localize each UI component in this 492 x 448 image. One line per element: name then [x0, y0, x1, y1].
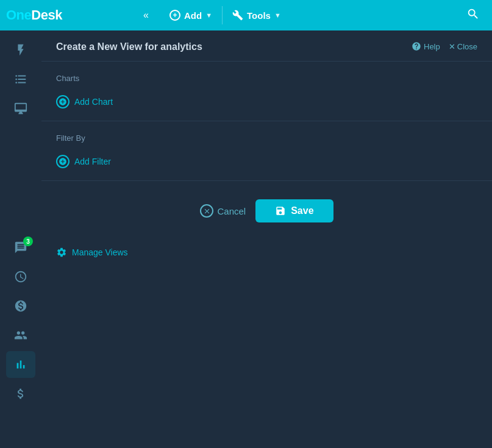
tools-chevron-icon: ▼: [274, 12, 281, 19]
logo-area: OneDesk «: [0, 7, 160, 23]
content-area: Create a New View for analytics Help ✕ C…: [41, 30, 492, 448]
plus-circle-icon: [59, 98, 67, 106]
add-chevron-icon: ▼: [205, 12, 212, 19]
sidebar-item-lightning[interactable]: [6, 37, 35, 63]
header-actions: Help ✕ Close: [412, 41, 477, 51]
add-label: Add: [184, 10, 202, 21]
sidebar-item-billing[interactable]: [6, 293, 35, 319]
save-label: Save: [291, 205, 313, 216]
cancel-label: Cancel: [217, 206, 246, 216]
main-area: 3 Create: [0, 30, 492, 448]
plus-circle-filter-icon: [59, 157, 67, 166]
lightning-icon: [14, 43, 27, 57]
contacts-icon: [14, 329, 27, 342]
tools-label: Tools: [247, 10, 271, 21]
top-nav: OneDesk « + Add ▼ Tools ▼: [0, 0, 492, 30]
add-chart-button[interactable]: Add Chart: [56, 95, 477, 108]
help-button[interactable]: Help: [412, 41, 440, 51]
sidebar-item-messages[interactable]: 3: [6, 234, 35, 261]
filter-section: Filter By Add Filter: [41, 121, 492, 181]
add-filter-icon: [56, 155, 70, 168]
search-icon: [466, 7, 480, 21]
close-x-icon: ✕: [449, 42, 455, 51]
close-button[interactable]: ✕ Close: [449, 42, 477, 51]
help-label: Help: [424, 42, 440, 51]
sidebar-item-tasks[interactable]: [6, 66, 35, 93]
help-icon: [412, 41, 421, 51]
charts-label: Charts: [56, 74, 477, 83]
add-nav-item[interactable]: + Add ▼: [160, 0, 222, 30]
cancel-x-icon: [203, 207, 211, 215]
clock-icon: [14, 270, 27, 283]
logo: OneDesk: [6, 7, 62, 23]
collapse-button[interactable]: «: [138, 7, 154, 23]
tasks-icon: [14, 73, 27, 86]
sidebar-item-reminders[interactable]: [6, 263, 35, 290]
finance-icon: [14, 387, 27, 400]
messages-badge: 3: [23, 236, 33, 246]
add-filter-label: Add Filter: [74, 157, 111, 166]
content-header: Create a New View for analytics Help ✕ C…: [41, 30, 492, 62]
add-filter-button[interactable]: Add Filter: [56, 155, 477, 168]
actions-row: Cancel Save: [41, 181, 492, 241]
cancel-button[interactable]: Cancel: [200, 204, 246, 218]
sidebar-item-monitor[interactable]: [6, 95, 35, 122]
search-button[interactable]: [466, 7, 492, 24]
close-label: Close: [457, 42, 477, 51]
add-chart-icon: [56, 95, 70, 108]
page-title: Create a New View for analytics: [56, 41, 202, 52]
gear-icon: [56, 247, 67, 258]
manage-views-label: Manage Views: [72, 247, 128, 257]
content-body: Charts Add Chart Filter By: [41, 62, 492, 448]
monitor-icon: [14, 102, 27, 115]
sidebar-item-analytics[interactable]: [6, 351, 35, 378]
charts-section: Charts Add Chart: [41, 62, 492, 121]
sidebar: 3: [0, 30, 41, 448]
nav-items: + Add ▼ Tools ▼: [160, 0, 466, 30]
add-circle-icon: +: [169, 10, 180, 21]
save-icon: [275, 205, 286, 216]
billing-icon: [14, 299, 27, 313]
sidebar-item-finance[interactable]: [6, 380, 35, 407]
sidebar-item-contacts[interactable]: [6, 322, 35, 349]
add-chart-label: Add Chart: [74, 97, 113, 107]
filter-label: Filter By: [56, 133, 477, 143]
wrench-icon: [232, 10, 243, 21]
cancel-circle-icon: [200, 204, 213, 218]
manage-views-button[interactable]: Manage Views: [41, 241, 492, 270]
save-button[interactable]: Save: [255, 199, 333, 222]
tools-nav-item[interactable]: Tools ▼: [223, 0, 291, 30]
analytics-icon: [14, 358, 27, 371]
